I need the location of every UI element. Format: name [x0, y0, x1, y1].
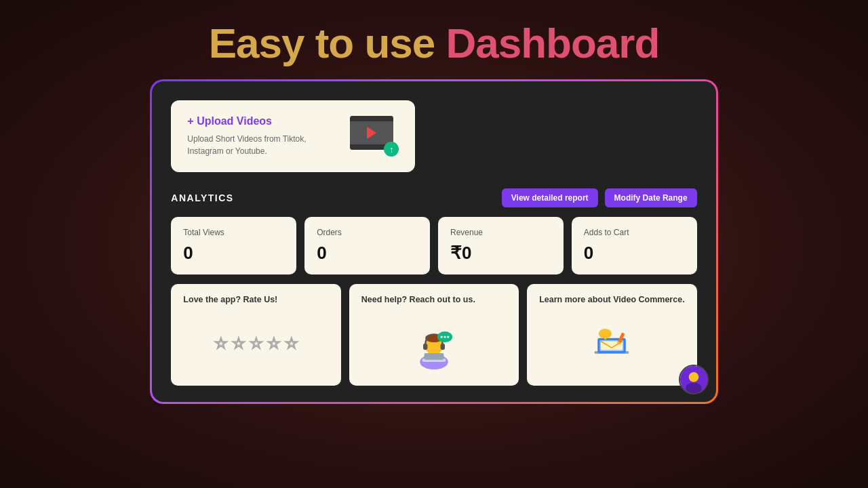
modify-date-button[interactable]: Modify Date Range: [605, 188, 697, 207]
svg-point-21: [688, 372, 698, 382]
play-icon: [367, 127, 376, 139]
star-5[interactable]: ☆: [285, 335, 298, 352]
stat-value-orders: 0: [317, 243, 418, 264]
star-3[interactable]: ☆: [250, 335, 263, 352]
support-icon: [407, 319, 461, 369]
svg-point-9: [443, 336, 446, 338]
star-4[interactable]: ☆: [267, 335, 281, 352]
svg-point-18: [599, 329, 612, 338]
upload-card: + Upload Videos Upload Short Videos from…: [171, 100, 415, 172]
stat-value-cart: 0: [584, 243, 685, 264]
stat-label-views: Total Views: [183, 228, 284, 237]
stat-label-cart: Adds to Cart: [584, 228, 685, 237]
stats-grid: Total Views 0 Orders 0 Revenue ₹0 Adds t…: [171, 217, 696, 274]
upload-badge-icon: [384, 142, 399, 157]
svg-point-10: [447, 336, 449, 338]
support-illustration: [361, 312, 507, 375]
star-2[interactable]: ☆: [232, 335, 245, 352]
support-card-title: Need help? Reach out to us.: [361, 295, 475, 304]
upload-link[interactable]: + Upload Videos: [187, 115, 323, 127]
svg-point-8: [441, 336, 443, 338]
commerce-illustration: [539, 312, 684, 375]
star-1[interactable]: ☆: [214, 335, 228, 352]
stat-label-revenue: Revenue: [450, 228, 551, 237]
avatar-image: [680, 366, 707, 393]
rate-card: Love the app? Rate Us! ☆ ☆ ☆ ☆ ☆: [171, 284, 340, 386]
upload-icon-container: [350, 116, 399, 157]
stat-card-cart: Adds to Cart 0: [572, 217, 697, 274]
commerce-card-title: Learn more about Video Commerce.: [539, 295, 684, 304]
stat-card-orders: Orders 0: [304, 217, 430, 274]
upload-card-left: + Upload Videos Upload Short Videos from…: [187, 115, 323, 157]
commerce-card: Learn more about Video Commerce.: [527, 284, 696, 386]
analytics-buttons: View detailed report Modify Date Range: [502, 188, 697, 207]
stat-card-revenue: Revenue ₹0: [438, 217, 564, 274]
stat-value-views: 0: [183, 243, 284, 264]
stat-card-views: Total Views 0: [171, 217, 296, 274]
title-easy: Easy to use: [209, 20, 446, 66]
analytics-header: ANALYTICS View detailed report Modify Da…: [171, 188, 696, 207]
stars-container: ☆ ☆ ☆ ☆ ☆: [183, 312, 328, 375]
rate-card-title: Love the app? Rate Us!: [183, 295, 277, 304]
stat-label-orders: Orders: [317, 228, 418, 237]
svg-rect-4: [441, 343, 445, 350]
svg-point-22: [686, 383, 702, 394]
star-rating[interactable]: ☆ ☆ ☆ ☆ ☆: [214, 335, 298, 352]
dashboard-inner: + Upload Videos Upload Short Videos from…: [152, 81, 715, 402]
view-report-button[interactable]: View detailed report: [502, 188, 598, 207]
upload-description: Upload Short Videos from Tiktok, Instagr…: [187, 133, 323, 157]
title-dashboard: Dashboard: [446, 20, 659, 66]
stat-value-revenue: ₹0: [450, 243, 551, 264]
dashboard-container: + Upload Videos Upload Short Videos from…: [150, 79, 717, 404]
page-main-title: Easy to use Dashboard: [209, 19, 660, 67]
svg-rect-3: [423, 343, 427, 350]
bottom-cards-grid: Love the app? Rate Us! ☆ ☆ ☆ ☆ ☆ Need he…: [171, 284, 696, 386]
svg-rect-6: [425, 353, 444, 360]
analytics-title: ANALYTICS: [171, 192, 233, 203]
support-card: Need help? Reach out to us.: [349, 284, 519, 386]
commerce-icon: [585, 319, 639, 369]
avatar-badge: [679, 365, 709, 394]
